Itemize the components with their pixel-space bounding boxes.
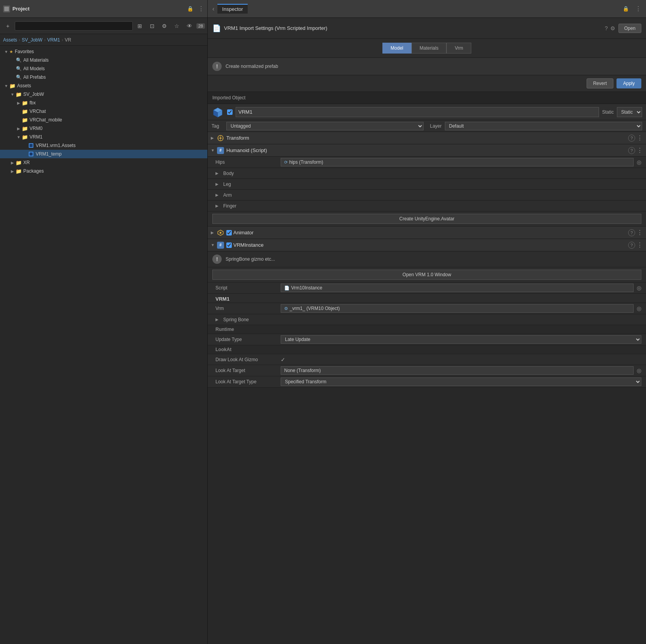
panel-menu-icon[interactable]: ⋮ [198,5,204,12]
tab-materials[interactable]: Materials [412,43,447,54]
svg-point-12 [220,137,221,139]
layer-select[interactable]: Default [445,122,642,130]
hips-value: hips (Transform) [289,159,323,165]
fbx-item[interactable]: ▶ 📁 fbx [0,99,207,107]
update-type-select[interactable]: Late Update [281,335,641,344]
grid-view-btn[interactable]: ⊡ [147,21,158,31]
animator-component-header[interactable]: ▶ Animator ? ⋮ [208,227,646,239]
animator-menu-icon[interactable]: ⋮ [637,229,643,236]
sv-jobw-folder-icon: 📁 [16,91,22,97]
vrchat-mobile-folder-icon: 📁 [22,117,28,123]
asset-count-badge: 28 [196,23,205,29]
animator-enabled-checkbox[interactable] [226,230,232,235]
body-arrow: ▶ [215,171,220,175]
all-prefabs-item[interactable]: 🔍 All Prefabs [0,73,207,81]
xr-item[interactable]: ▶ 📁 XR [0,158,207,167]
object-row: Static Static [208,104,646,120]
hips-field-row: Hips ⟳ hips (Transform) ◎ [208,157,646,168]
script-value-box[interactable]: 📄 Vrm10Instance [281,284,634,292]
breadcrumb-item[interactable]: Assets [3,37,17,43]
finger-label: Finger [223,203,236,209]
spring-bone-row[interactable]: ▶ Spring Bone [208,314,646,325]
animator-help-icon[interactable]: ? [628,229,635,236]
vrm1-item[interactable]: ▼ 📁 VRM1 [0,133,207,141]
sv-jobw-item[interactable]: ▼ 📁 SV_JobW [0,90,207,99]
object-name-input[interactable] [236,107,599,117]
vrm-instance-component-header[interactable]: ▼ # VRMInstance ? ⋮ [208,239,646,251]
vrm-instance-help-icon[interactable]: ? [628,242,635,249]
tag-select[interactable]: Untagged [226,122,424,130]
humanoid-help-icon[interactable]: ? [628,147,635,154]
transform-menu-icon[interactable]: ⋮ [637,134,643,142]
filter-icon-btn[interactable]: ⊞ [134,21,145,31]
inspector-back-btn[interactable]: ‹ [212,5,214,12]
vrchat-mobile-item[interactable]: 📁 VRChat_mobile [0,116,207,124]
body-row[interactable]: ▶ Body [208,168,646,179]
lock-icon[interactable]: 🔒 [187,6,193,12]
transform-icon [217,135,224,142]
vrchat-label: VRChat [30,109,46,114]
all-models-item[interactable]: 🔍 All Models [0,64,207,73]
assets-header[interactable]: ▼ 📁 Assets [0,81,207,90]
inspector-tab[interactable]: Inspector [217,4,247,14]
vrm-instance-enabled-checkbox[interactable] [226,242,232,248]
lookat-target-value-box[interactable]: None (Transform) [281,366,634,375]
breadcrumb-item[interactable]: VRM1 [47,37,60,43]
object-active-checkbox[interactable] [227,109,233,115]
create-avatar-button[interactable]: Create UnityEngine.Avatar [212,214,641,224]
packages-item[interactable]: ▶ 📁 Packages [0,167,207,175]
project-tree: ▼ ★ Favorites 🔍 All Materials 🔍 All Mode… [0,46,207,644]
packages-folder-icon: 📁 [16,168,22,174]
transform-title: Transform [226,135,628,141]
header-settings-icon[interactable]: ⚙ [610,25,615,31]
vrm-value-box[interactable]: ⚙ _vrm1_ (VRM10 Object) [281,304,634,313]
humanoid-component-header[interactable]: ▼ # Humanoid (Script) ? ⋮ [208,144,646,157]
draw-lookat-checkmark: ✓ [281,357,285,363]
vrm-value: _vrm1_ (VRM10 Object) [290,306,340,311]
vrm0-folder-icon: 📁 [22,125,28,132]
transform-component-header[interactable]: ▶ Transform ? ⋮ [208,132,646,144]
vrm1-assets-item[interactable]: VRM1.vrm1.Assets [0,141,207,150]
leg-row[interactable]: ▶ Leg [208,179,646,190]
vrm-instance-menu-icon[interactable]: ⋮ [637,241,643,249]
hips-value-box[interactable]: ⟳ hips (Transform) [281,158,634,166]
arm-row[interactable]: ▶ Arm [208,190,646,201]
hips-target-icon[interactable]: ◎ [637,159,641,165]
search-input[interactable] [15,21,133,31]
tab-vrm[interactable]: Vrm [446,43,471,54]
vrm1-temp-item[interactable]: VRM1_temp [0,150,207,158]
xr-folder-icon: 📁 [16,159,22,166]
inspector-menu-icon[interactable]: ⋮ [635,5,641,12]
script-target-icon[interactable]: ◎ [637,285,641,291]
vrm-target-icon[interactable]: ◎ [637,305,641,312]
vrchat-item[interactable]: 📁 VRChat [0,107,207,116]
apply-button[interactable]: Apply [616,78,641,88]
open-vrm-window-button[interactable]: Open VRM 1.0 Window [212,270,641,280]
sv-jobw-label: SV_JobW [23,92,44,97]
star-btn[interactable]: ☆ [172,21,182,31]
lookat-target-type-select[interactable]: Specified Transform [281,377,641,386]
packages-label: Packages [23,168,44,174]
inspector-lock-icon[interactable]: 🔒 [623,6,629,12]
vrm0-label: VRM0 [30,126,42,131]
vrm0-item[interactable]: ▶ 📁 VRM0 [0,124,207,133]
breadcrumb-item[interactable]: SV_JobW [22,37,42,43]
humanoid-menu-icon[interactable]: ⋮ [637,147,643,154]
finger-row[interactable]: ▶ Finger [208,201,646,211]
visibility-btn[interactable]: 👁 [184,21,195,31]
all-prefabs-label: All Prefabs [23,74,46,80]
lookat-target-icon[interactable]: ◎ [637,367,641,374]
question-icon[interactable]: ? [605,25,608,31]
tab-model[interactable]: Model [382,43,412,54]
apply-bar: Revert Apply [208,75,646,92]
script-field-row: Script 📄 Vrm10Instance ◎ [208,282,646,294]
settings-btn[interactable]: ⚙ [159,21,170,31]
revert-button[interactable]: Revert [587,78,613,88]
add-button[interactable]: + [2,21,13,31]
left-panel: Project 🔒 ⋮ + ⊞ ⊡ ⚙ ☆ 👁 28 Assets › SV_J… [0,0,208,644]
open-button[interactable]: Open [618,24,641,33]
transform-help-icon[interactable]: ? [628,135,635,142]
static-dropdown[interactable]: Static [617,107,642,117]
all-materials-item[interactable]: 🔍 All Materials [0,56,207,64]
favorites-header[interactable]: ▼ ★ Favorites [0,47,207,56]
